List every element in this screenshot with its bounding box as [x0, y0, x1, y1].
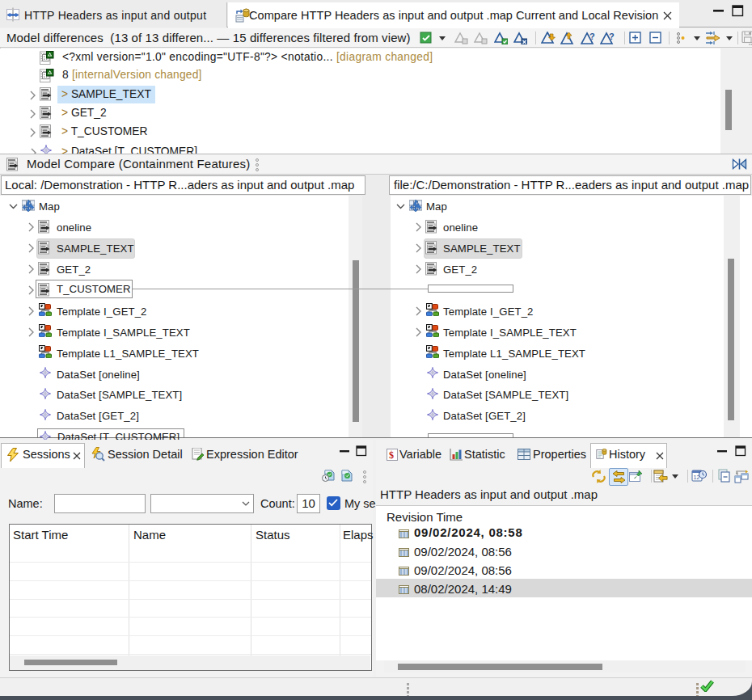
svg-text:?: ?	[609, 32, 615, 41]
svg-text:?: ?	[589, 32, 595, 41]
svg-text:$: $	[389, 449, 394, 461]
